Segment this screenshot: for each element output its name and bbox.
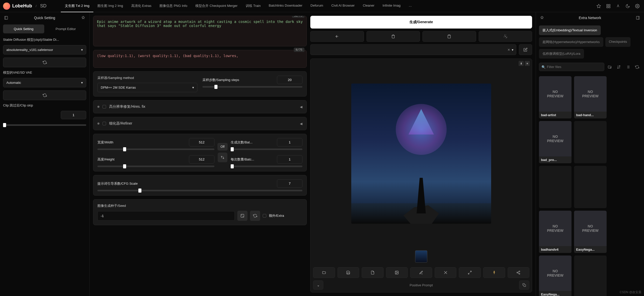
main-tab-7[interactable]: Deforum [306,0,327,12]
width-slider[interactable] [97,149,214,150]
save-zip-button[interactable] [362,267,384,278]
network-card[interactable]: NOPREVIEWbad-artist [539,76,572,118]
network-card[interactable] [574,166,607,208]
download-icon[interactable]: ⬇ [519,61,524,66]
close-icon[interactable]: ✕ [507,48,510,52]
send-upscale-button[interactable] [459,267,481,278]
refresh-vae-button[interactable] [3,90,86,100]
expand-prompt-button[interactable]: ⌄ [313,280,323,290]
sort-icon[interactable] [615,63,623,71]
seed-input[interactable] [97,211,235,221]
extra-network-tab-0[interactable]: 嵌入式(Embedding)/Textual Inversion [539,25,601,35]
collapse-left-icon[interactable] [3,15,9,21]
hires-checkbox[interactable] [103,105,106,109]
top-grid-icon[interactable] [605,3,612,10]
sampling-steps-label: 采样步数/Sampling steps [202,78,239,82]
main-tab-0[interactable]: 文生图 Txt 2 Img [61,0,94,12]
batchcount-input[interactable] [277,138,302,146]
swap-dims-button[interactable] [218,153,227,162]
main-tab-1[interactable]: 图生图 Img 2 Img [93,0,127,12]
main-tab-5[interactable]: 训练 Train [242,0,265,12]
seed-extra-checkbox[interactable] [263,214,266,218]
extra-network-tab-1[interactable]: 超网络(Hypernetworks)/Hypernetworks [539,37,603,47]
network-card[interactable] [539,166,572,208]
main-tab-11[interactable]: … [405,0,416,12]
main-tab-9[interactable]: Cleaner [359,0,378,12]
svg-rect-8 [241,214,244,217]
thumbnail-image[interactable] [415,250,427,263]
network-card[interactable]: NOPREVIEWEasyNega... [539,255,572,296]
network-card[interactable]: NOPREVIEWbadhandv4 [539,211,572,253]
top-settings-icon[interactable] [634,3,641,10]
batchsize-input[interactable] [277,155,302,164]
send-inpaint-button[interactable] [410,267,432,278]
styles-select[interactable]: ✕ ▾ [310,44,516,55]
open-folder-button[interactable] [313,267,335,278]
clip-input[interactable] [61,111,86,119]
view-folder-icon[interactable] [606,63,613,71]
skip-button[interactable] [367,31,420,42]
model-select[interactable]: absolutereality_v181.safetensor ▾ [3,45,86,55]
extra-network-tab-2[interactable]: Checkpoints [605,37,631,47]
output-image[interactable] [351,84,491,224]
brand-separator: / [36,4,37,8]
sampling-method-select[interactable]: DPM++ 2M SDE Karras ▾ [97,83,197,92]
collapse-right-icon[interactable] [635,15,641,21]
clip-slider[interactable] [3,124,86,126]
cfg-input[interactable] [277,179,302,188]
network-card[interactable]: NOPREVIEWEasyNega... [574,211,607,253]
extra-network-tab-3[interactable]: 低秩微调模型(LoRA)/Lora [539,49,584,59]
filter-input[interactable] [539,63,604,71]
main-tab-4[interactable]: 模型合并 Checkpoint Merger [191,0,241,12]
left-title: Quick Setting [9,16,80,20]
paste-button[interactable] [422,31,476,42]
save-button[interactable] [338,267,359,278]
pin-left-icon[interactable] [80,15,86,21]
interrupt-button[interactable] [310,31,364,42]
network-card[interactable]: NOPREVIEWbad_pro... [539,121,572,163]
share-button[interactable] [508,267,530,278]
height-input[interactable] [189,155,214,164]
batchsize-slider[interactable] [231,166,302,167]
width-input[interactable] [189,138,214,146]
negative-prompt-input[interactable]: 0/75 (low quality:1.1), (worst quality:1… [93,50,307,68]
main-tab-2[interactable]: 高清化 Extras [127,0,155,12]
top-share-icon[interactable] [614,3,622,10]
network-card[interactable]: NOPREVIEWbad-hand... [574,76,607,118]
refiner-accordion[interactable]: 细化器/Refiner ◀ [93,117,307,130]
pin-right-icon[interactable] [539,15,545,21]
top-github-icon[interactable] [595,3,602,10]
main-tab-10[interactable]: Infinite Imag [378,0,405,12]
main-tab-8[interactable]: Civit AI Browser [327,0,359,12]
sampling-steps-slider[interactable] [202,86,302,88]
left-tab-0[interactable]: Quick Setting [3,24,44,33]
cfg-slider[interactable] [97,190,302,191]
height-slider[interactable] [97,166,214,167]
batchcount-slider[interactable] [231,149,302,150]
main-tab-6[interactable]: Batchlinks Downloader [265,0,306,12]
refiner-checkbox[interactable] [103,122,106,125]
hires-fix-accordion[interactable]: 高分辨率修复/Hires. fix ◀ [93,100,307,113]
send-paint-button[interactable] [483,267,505,278]
seed-random-button[interactable] [237,211,247,221]
network-card[interactable] [574,255,607,296]
close-icon[interactable]: ✕ [525,61,530,66]
view-list-icon[interactable] [624,63,632,71]
top-theme-icon[interactable] [624,3,631,10]
styles-edit-button[interactable] [519,44,532,55]
positive-prompt-input[interactable]: 32/75 Epic anime artwork of a wizard ato… [93,16,307,46]
send-img2img-button[interactable] [386,267,408,278]
refresh-model-button[interactable] [3,58,86,67]
vae-select[interactable]: Automatic ▾ [3,78,86,87]
sampling-steps-input[interactable] [277,76,302,84]
refresh-cards-icon[interactable] [633,63,641,71]
generate-button[interactable]: 生成/Generate [310,16,532,29]
send-extras-button[interactable] [435,267,457,278]
copy-prompt-button[interactable] [519,280,529,290]
network-card[interactable] [574,121,607,163]
main-tab-3[interactable]: 图像信息 PNG Info [155,0,191,12]
left-tab-1[interactable]: Prompt Editor [45,24,86,33]
aspect-lock-button[interactable]: Off [217,143,228,151]
seed-recycle-button[interactable] [250,211,260,221]
wand-button[interactable] [479,31,532,42]
